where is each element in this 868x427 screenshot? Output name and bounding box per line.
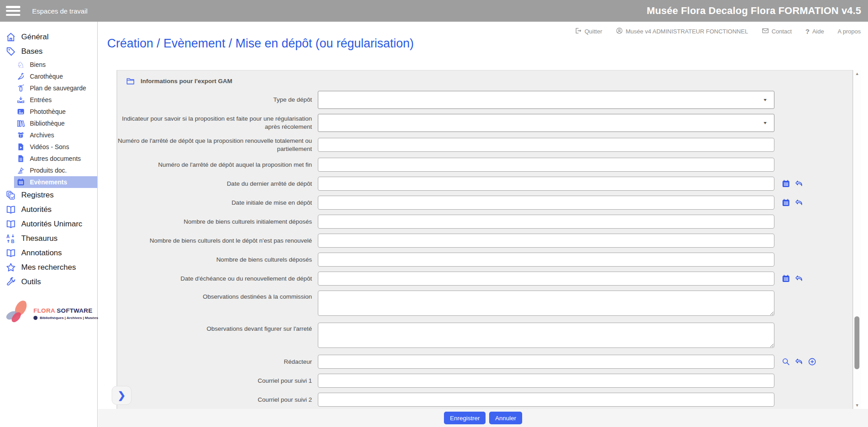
svg-text:B: B	[11, 239, 14, 244]
field-control	[318, 374, 774, 388]
sidebar-item-phototheque[interactable]: Photothèque	[14, 106, 97, 117]
field-action-icons	[782, 274, 803, 283]
select-type-de-depot[interactable]: ▼	[318, 91, 774, 109]
undo-icon[interactable]	[795, 179, 803, 188]
form-row-nb-deposes: Nombre de biens culturels déposés	[117, 253, 853, 267]
undo-icon[interactable]	[795, 357, 803, 366]
field-control: ▼	[318, 114, 774, 132]
quitter-link[interactable]: Quitter	[575, 27, 602, 36]
sidebar-item-outils[interactable]: Outils	[0, 275, 97, 289]
sidebar-item-label: Thesaurus	[21, 234, 57, 243]
collapse-panel-button[interactable]: ❯	[112, 386, 132, 405]
sidebar-item-autres-documents[interactable]: Autres documents	[14, 153, 97, 164]
form-row-obs-arrete: Observations devant figurer sur l'arreté	[117, 323, 853, 350]
contact-label: Contact	[772, 28, 792, 35]
sidebar-item-entrees[interactable]: Entrées	[14, 94, 97, 106]
field-label: Courriel pour suivi 1	[117, 377, 318, 385]
hamburger-menu-icon[interactable]	[6, 6, 20, 16]
sidebar-item-thesaurus[interactable]: ABThesaurus	[0, 231, 97, 246]
sidebar-item-autorites-unimarc[interactable]: Autorités Unimarc	[0, 217, 97, 231]
utility-bar: Quitter Musée v4 ADMINISTRATEUR FONCTION…	[575, 27, 861, 36]
apropos-label: A propos	[838, 28, 861, 35]
sidebar-item-plan-de-sauvegarde[interactable]: Plan de sauvegarde	[14, 82, 97, 94]
sortalpha-icon: AB	[6, 234, 16, 244]
aide-link[interactable]: ? Aide	[805, 28, 824, 35]
search-icon[interactable]	[782, 357, 790, 366]
calendar-icon[interactable]	[782, 179, 790, 188]
scroll-down-icon[interactable]: ▼	[853, 403, 861, 408]
sidebar-item-label: Vidéos - Sons	[30, 143, 69, 150]
calendar-icon[interactable]	[782, 198, 790, 207]
sidebar-item-annotations[interactable]: Annotations	[0, 246, 97, 260]
form-panel: Informations pour l'export GAM Type de d…	[117, 70, 853, 409]
user-menu[interactable]: Musée v4 ADMINISTRATEUR FONCTIONNEL	[616, 27, 748, 36]
field-label: Nombre de biens culturels déposés	[117, 256, 318, 264]
scroll-up-icon[interactable]: ▲	[853, 71, 861, 76]
input-courriel-2[interactable]	[318, 393, 774, 407]
sidebar-item-videos-sons[interactable]: Vidéos - Sons	[14, 141, 97, 153]
form-row-numero-arrete-renouvelle: Numéro de l'arrêté de dépôt que la propo…	[117, 137, 853, 153]
sidebar-item-label: Plan de sauvegarde	[30, 84, 86, 92]
input-numero-arrete-renouvelle[interactable]	[318, 138, 774, 152]
input-redacteur[interactable]	[318, 355, 774, 369]
input-nb-initialement-deposes[interactable]	[318, 215, 774, 229]
svg-text:A: A	[6, 234, 10, 239]
sidebar-item-general[interactable]: Général	[0, 30, 97, 44]
field-control	[318, 138, 774, 152]
calendar-icon[interactable]	[782, 274, 790, 283]
form-row-numero-arrete-met-fin: Numéro de l'arrêté de dépôt auquel la pr…	[117, 158, 853, 172]
exit-icon	[575, 27, 582, 36]
undo-icon[interactable]	[795, 274, 803, 283]
field-label: Rédacteur	[117, 358, 318, 366]
user-label: Musée v4 ADMINISTRATEUR FONCTIONNEL	[626, 28, 748, 35]
add-icon[interactable]	[808, 357, 816, 366]
sidebar-item-label: Outils	[21, 277, 41, 286]
field-label: Numéro de l'arrêté de dépôt auquel la pr…	[117, 161, 318, 169]
input-date-dernier-arrete[interactable]	[318, 177, 774, 191]
sidebar-item-archives[interactable]: Archives	[14, 129, 97, 141]
sidebar-item-biens[interactable]: ♘Biens	[14, 59, 97, 70]
undo-icon[interactable]	[795, 198, 803, 207]
scrollbar[interactable]: ▲ ▼	[853, 70, 861, 409]
form-row-obs-commission: Observations destinées à la commission	[117, 291, 853, 318]
sidebar-item-registres[interactable]: Registres	[0, 188, 97, 202]
sidebar-item-evenements[interactable]: Evènements	[14, 176, 97, 188]
sidebar-item-autorites[interactable]: Autorités	[0, 202, 97, 217]
section-header[interactable]: Informations pour l'export GAM	[117, 70, 853, 91]
textarea-obs-arrete[interactable]	[318, 323, 774, 348]
app-title: Musée Flora Decalog Flora FORMATION v4.5	[646, 0, 861, 22]
sidebar-item-label: Autres documents	[30, 155, 81, 162]
calendar-icon	[17, 178, 25, 186]
section-title: Informations pour l'export GAM	[141, 78, 232, 84]
handdoc-icon	[17, 166, 25, 174]
select-indicateur-regularisation[interactable]: ▼	[318, 114, 774, 132]
sidebar-item-mes-recherches[interactable]: Mes recherches	[0, 260, 97, 275]
annuler-button[interactable]: Annuler	[489, 412, 522, 424]
input-date-echeance[interactable]	[318, 272, 774, 286]
form-row-date-initiale: Date initiale de mise en dépôt	[117, 196, 853, 210]
input-nb-deposes[interactable]	[318, 253, 774, 267]
input-numero-arrete-met-fin[interactable]	[318, 158, 774, 172]
scrollbar-thumb[interactable]	[854, 316, 859, 369]
enregistrer-button[interactable]: Enregistrer	[444, 412, 486, 424]
input-date-initiale[interactable]	[318, 196, 774, 210]
field-label: Nombre de biens culturels initialement d…	[117, 218, 318, 226]
books-icon	[17, 119, 25, 127]
workspace-label[interactable]: Espaces de travail	[32, 7, 88, 15]
sidebar-item-carotheque[interactable]: Carothèque	[14, 70, 97, 82]
textarea-obs-commission[interactable]	[318, 291, 774, 316]
sidebar-item-produits-doc[interactable]: Produits doc.	[14, 164, 97, 176]
main-content: Quitter Musée v4 ADMINISTRATEUR FONCTION…	[98, 22, 868, 427]
apropos-link[interactable]: A propos	[838, 28, 861, 35]
form-row-type-de-depot: Type de dépôt▼	[117, 91, 853, 109]
field-action-icons	[782, 179, 803, 188]
sidebar-item-bibliotheque[interactable]: Bibliothèque	[14, 117, 97, 129]
field-label: Date d'échéance ou du renouvellement de …	[117, 275, 318, 283]
field-label: Date du dernier arrêté de dépôt	[117, 180, 318, 188]
input-nb-depot-non-renouvele[interactable]	[318, 234, 774, 248]
filevideo-icon	[17, 143, 25, 151]
contact-link[interactable]: Contact	[762, 27, 792, 36]
input-courriel-1[interactable]	[318, 374, 774, 388]
sidebar-item-bases[interactable]: Bases	[0, 44, 97, 59]
bookopen-icon	[6, 205, 16, 215]
